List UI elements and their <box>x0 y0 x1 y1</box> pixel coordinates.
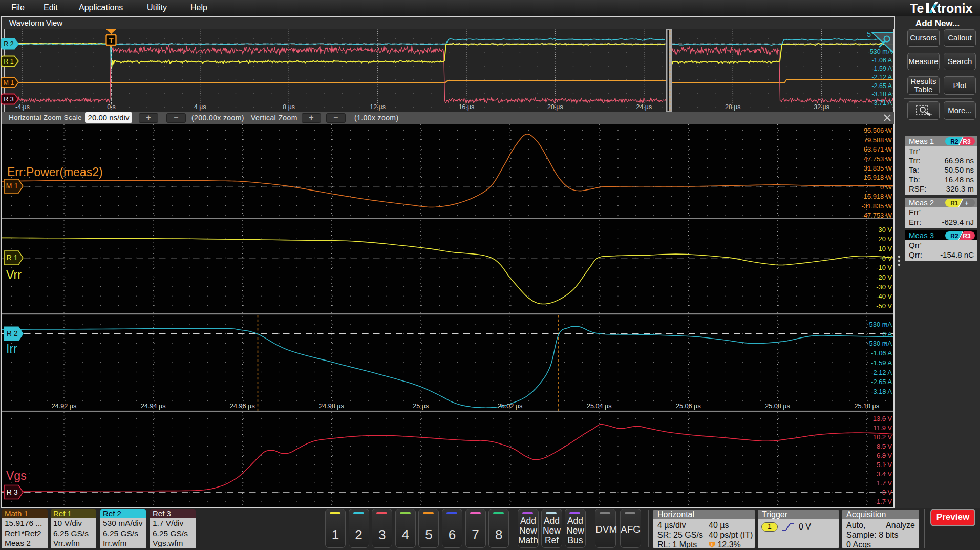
svg-text:5.1 V: 5.1 V <box>877 461 892 469</box>
svg-text:5: 5 <box>867 30 871 38</box>
svg-text:3.4 V: 3.4 V <box>877 470 892 478</box>
svg-text:tronix: tronix <box>937 1 973 15</box>
svg-text:M 1: M 1 <box>4 79 14 87</box>
svg-text:63.671 W: 63.671 W <box>864 145 892 153</box>
svg-text:Vrr: Vrr <box>6 268 22 282</box>
svg-text:32 µs: 32 µs <box>814 103 829 111</box>
svg-text:4 µs: 4 µs <box>194 103 206 111</box>
svg-text:Te: Te <box>910 1 924 15</box>
svg-text:24.94 µs: 24.94 µs <box>141 403 166 410</box>
svg-text:47.753 W: 47.753 W <box>864 155 892 163</box>
svg-text:R 1: R 1 <box>4 58 14 65</box>
svg-text:6.8 V: 6.8 V <box>877 452 892 459</box>
svg-text:Irr: Irr <box>6 342 17 355</box>
svg-text:10 V: 10 V <box>878 245 892 252</box>
svg-text:T: T <box>711 542 714 547</box>
svg-text:-530 mA: -530 mA <box>868 48 892 55</box>
svg-text:-30 V: -30 V <box>876 283 892 291</box>
svg-text:8.5 V: 8.5 V <box>877 442 892 450</box>
svg-text:8 µs: 8 µs <box>283 103 295 111</box>
svg-text:25.08 µs: 25.08 µs <box>765 403 790 410</box>
svg-text:R3: R3 <box>963 138 971 145</box>
svg-text:25.04 µs: 25.04 µs <box>587 403 612 410</box>
svg-text:1.7 V: 1.7 V <box>877 479 892 487</box>
svg-text:28 µs: 28 µs <box>725 103 741 111</box>
svg-text:-2.65 A: -2.65 A <box>871 82 892 90</box>
svg-text:31.835 W: 31.835 W <box>864 164 892 172</box>
svg-text:R2: R2 <box>950 138 958 145</box>
svg-text:-20 V: -20 V <box>876 273 892 281</box>
svg-text:-50 V: -50 V <box>876 302 892 310</box>
svg-text:10.2 V: 10.2 V <box>873 433 892 441</box>
svg-text:15.918 W: 15.918 W <box>864 174 892 181</box>
svg-text:25 µs: 25 µs <box>413 403 429 410</box>
svg-text:25.06 µs: 25.06 µs <box>676 403 701 410</box>
svg-text:-47.753 W: -47.753 W <box>862 211 892 219</box>
svg-text:20 µs: 20 µs <box>547 103 563 111</box>
svg-text:-3.18 A: -3.18 A <box>871 388 892 395</box>
svg-text:R 2: R 2 <box>6 329 17 337</box>
svg-text:16 µs: 16 µs <box>459 103 475 111</box>
svg-text:-3.18 A: -3.18 A <box>871 91 892 98</box>
svg-text:530 mA: 530 mA <box>869 321 892 328</box>
svg-text:-1.59 A: -1.59 A <box>871 65 892 72</box>
svg-text:-1.59 A: -1.59 A <box>871 359 892 367</box>
svg-text:24.98 µs: 24.98 µs <box>319 403 344 410</box>
svg-text:-2.65 A: -2.65 A <box>871 378 892 386</box>
svg-text:30 V: 30 V <box>878 226 892 234</box>
svg-text:0 W: 0 W <box>880 183 892 191</box>
svg-text:+: + <box>965 200 968 207</box>
svg-text:R 2: R 2 <box>4 40 14 48</box>
svg-text:R 3: R 3 <box>6 488 17 496</box>
svg-text:0 s: 0 s <box>107 103 116 111</box>
svg-text:M 1: M 1 <box>6 182 18 190</box>
svg-text:-2.12 A: -2.12 A <box>871 369 892 376</box>
svg-text:-530 mA: -530 mA <box>867 340 892 347</box>
svg-text:79.588 W: 79.588 W <box>864 136 892 144</box>
svg-text:-1.06 A: -1.06 A <box>871 349 892 357</box>
svg-text:12 µs: 12 µs <box>370 103 386 111</box>
svg-text:-40 V: -40 V <box>876 292 892 300</box>
svg-text:R 1: R 1 <box>6 253 17 262</box>
svg-text:R1: R1 <box>950 200 958 207</box>
svg-text:T: T <box>109 36 113 45</box>
svg-text:24 µs: 24 µs <box>636 103 652 111</box>
svg-text:11.9 V: 11.9 V <box>874 424 892 432</box>
svg-text:-1.7 V: -1.7 V <box>875 498 892 505</box>
svg-text:R3: R3 <box>963 232 971 240</box>
svg-text:-31.835 W: -31.835 W <box>862 202 892 210</box>
svg-text:0 A: 0 A <box>882 330 892 338</box>
svg-text:25.10 µs: 25.10 µs <box>855 403 880 410</box>
svg-text:Vgs: Vgs <box>6 469 27 482</box>
svg-text:25.02 µs: 25.02 µs <box>498 403 523 410</box>
svg-text:95.506 W: 95.506 W <box>864 126 892 134</box>
svg-text:-1.06 A: -1.06 A <box>871 57 892 64</box>
svg-text:0 V: 0 V <box>882 489 892 496</box>
svg-text:24.96 µs: 24.96 µs <box>230 403 255 410</box>
svg-text:24.92 µs: 24.92 µs <box>52 403 77 410</box>
svg-text:-3.71 A: -3.71 A <box>871 99 892 107</box>
svg-text:-10 V: -10 V <box>876 264 892 271</box>
svg-text:-2.12 A: -2.12 A <box>871 74 892 81</box>
svg-text:20 V: 20 V <box>878 235 892 243</box>
svg-text:-15.918 W: -15.918 W <box>862 193 892 200</box>
svg-text:Err:Power(meas2): Err:Power(meas2) <box>7 165 103 179</box>
svg-text:13.6 V: 13.6 V <box>873 415 892 422</box>
svg-text:R 3: R 3 <box>4 96 14 103</box>
svg-text:0 V: 0 V <box>882 255 892 262</box>
svg-text:R2: R2 <box>950 232 958 240</box>
